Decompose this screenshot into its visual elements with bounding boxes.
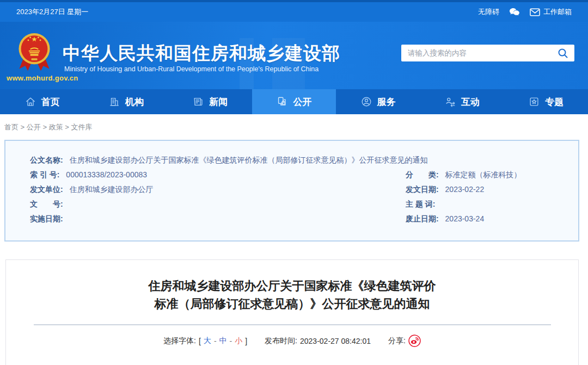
main-nav: 首页 机构 新闻 公开 服务 互动 专题 xyxy=(0,89,588,114)
meta-value: 2023-03-24 xyxy=(445,214,485,223)
meta-row-document-name: 公文名称: 住房和城乡建设部办公厅关于国家标准《绿色建筑评价标准（局部修订征求意… xyxy=(30,153,567,168)
top-utility-bar: 2023年2月27日 星期一 无障碍 工作邮箱 xyxy=(0,0,588,22)
site-url: www.mohurd.gov.cn xyxy=(7,74,76,82)
nav-item-interaction[interactable]: 互动 xyxy=(420,89,504,114)
bracket-close: ] xyxy=(245,337,247,345)
topbar-links: 无障碍 工作邮箱 xyxy=(478,7,572,17)
nav-label: 机构 xyxy=(125,96,144,108)
meta-value: 标准定额（标准科技） xyxy=(445,170,522,179)
mailbox-label: 工作邮箱 xyxy=(543,7,572,17)
font-size-small-button[interactable]: 小 xyxy=(235,336,242,346)
meta-row-implementation-date: 实施日期: xyxy=(30,212,406,226)
breadcrumb[interactable]: 首页 > 公开 > 政策 > 文件库 xyxy=(0,114,588,140)
news-icon xyxy=(192,96,204,108)
wechat-icon[interactable] xyxy=(509,8,520,17)
home-icon xyxy=(24,96,36,108)
publish-time-label: 发布时间: xyxy=(265,336,297,346)
meta-row-document-number: 文 号: xyxy=(30,197,406,212)
site-title: 中华人民共和国住房和城乡建设部 xyxy=(63,41,340,66)
meta-value-document-name: 住房和城乡建设部办公厅关于国家标准《绿色建筑评价标准（局部修订征求意见稿）》公开… xyxy=(70,156,428,164)
nav-label: 专题 xyxy=(545,96,564,108)
meta-label: 分 类: xyxy=(406,170,439,179)
meta-label: 实施日期: xyxy=(30,214,63,223)
search-icon xyxy=(558,48,568,59)
document-meta-panel: 公文名称: 住房和城乡建设部办公厅关于国家标准《绿色建筑评价标准（局部修订征求意… xyxy=(4,140,579,242)
meta-column-left: 索 引 号: 000013338/2023-00083 发文单位: 住房和城乡建… xyxy=(30,168,406,226)
publish-time: 发布时间: 2023-02-27 08:42:01 xyxy=(265,336,371,346)
meta-value: 000013338/2023-00083 xyxy=(66,170,147,179)
meta-label: 索 引 号: xyxy=(30,170,59,179)
nav-item-organization[interactable]: 机构 xyxy=(84,89,168,114)
meta-row-issuing-unit: 发文单位: 住房和城乡建设部办公厅 xyxy=(30,182,406,197)
font-chooser-separator: - xyxy=(214,337,217,345)
meta-label: 废止日期: xyxy=(406,214,439,223)
article-title-line2: 标准（局部修订征求意见稿）》公开征求意见的通知 xyxy=(6,295,578,313)
nav-label: 服务 xyxy=(377,96,396,108)
nav-item-topics[interactable]: 专题 xyxy=(504,89,588,114)
service-icon xyxy=(360,96,372,108)
search-button[interactable] xyxy=(556,46,570,60)
meta-value: 住房和城乡建设部办公厅 xyxy=(70,185,154,194)
disclosure-icon xyxy=(276,96,288,108)
meta-label: 公文名称: xyxy=(30,156,63,164)
meta-row-index-number: 索 引 号: 000013338/2023-00083 xyxy=(30,168,406,182)
page: 2023年2月27日 星期一 无障碍 工作邮箱 xyxy=(0,0,588,365)
font-chooser-separator: - xyxy=(230,337,232,345)
font-size-medium-button[interactable]: 中 xyxy=(219,336,227,346)
nav-label: 公开 xyxy=(293,96,311,108)
mail-icon xyxy=(530,8,540,16)
article-panel: 住房和城乡建设部办公厅关于国家标准《绿色建筑评价 标准（局部修订征求意见稿）》公… xyxy=(5,259,579,365)
meta-value: 2023-02-22 xyxy=(445,185,485,194)
site-header: www.mohurd.gov.cn 中华人民共和国住房和城乡建设部 Minist… xyxy=(0,22,588,89)
meta-label: 发文日期: xyxy=(406,185,439,194)
nav-item-service[interactable]: 服务 xyxy=(336,89,420,114)
site-search xyxy=(401,45,574,61)
share-label: 分享: xyxy=(388,336,406,346)
nav-label: 新闻 xyxy=(209,96,228,108)
title-divider xyxy=(34,324,551,325)
topics-icon xyxy=(528,96,540,108)
nav-label: 首页 xyxy=(41,96,60,108)
national-emblem xyxy=(15,32,53,74)
meta-columns: 索 引 号: 000013338/2023-00083 发文单位: 住房和城乡建… xyxy=(30,168,567,226)
article-meta-bar: 选择字体: [ 大 - 中 - 小 ] 发布时间: 2023-02-27 08:… xyxy=(6,335,578,347)
font-size-chooser: 选择字体: [ 大 - 中 - 小 ] xyxy=(163,336,247,346)
accessibility-link[interactable]: 无障碍 xyxy=(478,7,499,17)
bracket-open: [ xyxy=(199,337,201,345)
meta-row-repeal-date: 废止日期: 2023-03-24 xyxy=(406,212,567,226)
nav-item-news[interactable]: 新闻 xyxy=(168,89,252,114)
article-title-line1: 住房和城乡建设部办公厅关于国家标准《绿色建筑评价 xyxy=(6,277,578,295)
work-mailbox-link[interactable]: 工作邮箱 xyxy=(530,7,572,17)
breadcrumb-path: 首页 > 公开 > 政策 > 文件库 xyxy=(4,122,92,132)
interaction-icon xyxy=(444,96,456,108)
meta-row-category: 分 类: 标准定额（标准科技） xyxy=(406,168,567,182)
nav-item-home[interactable]: 首页 xyxy=(0,89,84,114)
share-controls: 分享: xyxy=(388,335,421,347)
nav-item-disclosure[interactable]: 公开 xyxy=(252,89,336,114)
site-subtitle: Ministry of Housing and Urban-Rural Deve… xyxy=(64,65,318,73)
meta-label: 文 号: xyxy=(30,200,63,208)
publish-time-value: 2023-02-27 08:42:01 xyxy=(300,337,371,345)
weibo-share-icon[interactable] xyxy=(408,335,421,347)
meta-row-keywords: 主 题 词: xyxy=(406,197,567,212)
meta-column-right: 分 类: 标准定额（标准科技） 发文日期: 2023-02-22 主 题 词: … xyxy=(406,168,567,226)
current-date: 2023年2月27日 星期一 xyxy=(16,7,88,17)
search-input[interactable] xyxy=(408,49,556,57)
organization-icon xyxy=(108,96,120,108)
meta-row-issue-date: 发文日期: 2023-02-22 xyxy=(406,182,567,197)
article-title: 住房和城乡建设部办公厅关于国家标准《绿色建筑评价 标准（局部修订征求意见稿）》公… xyxy=(6,277,578,313)
font-chooser-label: 选择字体: xyxy=(163,336,196,346)
font-size-large-button[interactable]: 大 xyxy=(204,336,211,346)
meta-label: 发文单位: xyxy=(30,185,63,194)
nav-label: 互动 xyxy=(461,96,480,108)
meta-label: 主 题 词: xyxy=(406,200,435,208)
